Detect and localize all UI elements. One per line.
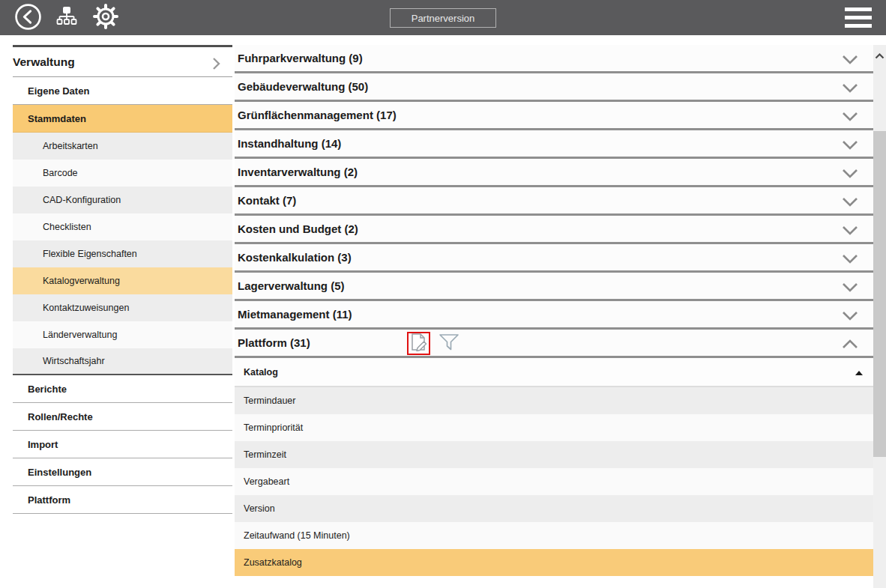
chevron-down-icon <box>842 253 858 267</box>
katalog-row-termindauer[interactable]: Termindauer <box>235 387 873 414</box>
content-area: Verwaltung Eigene Daten Stammdaten Arbei… <box>0 35 886 588</box>
filter-funnel-icon <box>439 333 459 354</box>
chevron-up-icon <box>875 50 885 61</box>
sitemap-button[interactable] <box>55 5 78 30</box>
scrollbar-thumb[interactable] <box>873 131 886 457</box>
sidebar-item-cad-konfiguration[interactable]: CAD-Konfiguration <box>13 187 232 213</box>
sidebar-item-arbeitskarten[interactable]: Arbeitskarten <box>13 133 232 160</box>
chevron-down-icon <box>842 54 858 67</box>
katalog-row-zusatzkatalog[interactable]: Zusatzkatalog <box>235 549 873 576</box>
chevron-down-icon <box>842 139 858 153</box>
chevron-up-icon <box>842 339 858 352</box>
sidebar-item-stammdaten[interactable]: Stammdaten <box>13 105 232 133</box>
topbar-icon-group <box>14 2 120 33</box>
sidebar-item-kontaktzuweisungen[interactable]: Kontaktzuweisungen <box>13 294 232 321</box>
gear-icon <box>91 2 120 33</box>
sitemap-icon <box>55 5 78 30</box>
chevron-right-icon <box>208 56 223 74</box>
sidebar-item-import[interactable]: Import <box>13 431 232 458</box>
katalog-row-version[interactable]: Version <box>235 495 873 522</box>
sidebar-item-flexible-eigenschaften[interactable]: Flexible Eigenschaften <box>13 240 232 267</box>
edit-document-icon <box>410 333 428 354</box>
sidebar-item-katalogverwaltung[interactable]: Katalogverwaltung <box>13 267 232 294</box>
accordion-fuhrparkverwaltung[interactable]: Fuhrparkverwaltung (9) <box>235 45 873 73</box>
new-entry-button[interactable] <box>407 332 430 355</box>
accordion-gebaeudeverwaltung[interactable]: Gebäudeverwaltung (50) <box>235 73 873 102</box>
main-panel: Fuhrparkverwaltung (9) Gebäudeverwaltung… <box>235 45 873 588</box>
chevron-down-icon <box>842 196 858 210</box>
sidebar-item-einstellungen[interactable]: Einstellungen <box>13 458 232 486</box>
scroll-up-button[interactable] <box>873 49 886 61</box>
chevron-down-icon <box>842 168 858 181</box>
sidebar-item-barcode[interactable]: Barcode <box>13 160 232 187</box>
hamburger-menu-button[interactable] <box>845 7 872 28</box>
sidebar-item-wirtschaftsjahr[interactable]: Wirtschaftsjahr <box>13 348 232 375</box>
accordion-inventarverwaltung[interactable]: Inventarverwaltung (2) <box>235 159 873 187</box>
topbar: Partnerversion <box>0 0 886 35</box>
chevron-down-icon <box>842 310 858 324</box>
accordion-lagerverwaltung[interactable]: Lagerverwaltung (5) <box>235 273 873 301</box>
sidebar: Verwaltung Eigene Daten Stammdaten Arbei… <box>0 45 235 588</box>
katalog-row-terminprioritaet[interactable]: Terminpriorität <box>235 414 873 441</box>
sidebar-title-label: Verwaltung <box>13 55 75 69</box>
katalog-column-header[interactable]: Katalog <box>235 358 873 387</box>
sidebar-item-rollen-rechte[interactable]: Rollen/Rechte <box>13 403 232 431</box>
back-button[interactable] <box>14 3 42 33</box>
sidebar-item-eigene-daten[interactable]: Eigene Daten <box>13 77 232 105</box>
sort-ascending-icon <box>855 371 863 375</box>
accordion-kosten-und-budget[interactable]: Kosten und Budget (2) <box>235 216 873 244</box>
vertical-scrollbar[interactable] <box>873 45 886 588</box>
accordion-plattform[interactable]: Plattform (31) <box>235 330 873 358</box>
settings-button[interactable] <box>91 2 120 33</box>
filter-button[interactable] <box>439 333 459 354</box>
katalog-row-terminzeit[interactable]: Terminzeit <box>235 441 873 468</box>
chevron-down-icon <box>842 225 858 238</box>
accordion-mietmanagement[interactable]: Mietmanagement (11) <box>235 301 873 330</box>
back-icon <box>14 3 42 33</box>
chevron-down-icon <box>842 111 858 124</box>
sidebar-item-plattform[interactable]: Plattform <box>13 486 232 514</box>
sidebar-item-laenderverwaltung[interactable]: Länderverwaltung <box>13 321 232 348</box>
accordion-gruenflaechenmanagement[interactable]: Grünflächenmanagement (17) <box>235 102 873 130</box>
partnerversion-button[interactable]: Partnerversion <box>390 8 496 28</box>
sidebar-item-berichte[interactable]: Berichte <box>13 375 232 403</box>
chevron-down-icon <box>842 82 858 96</box>
chevron-down-icon <box>842 282 858 295</box>
hamburger-icon <box>845 7 872 11</box>
accordion-kostenkalkulation[interactable]: Kostenkalkulation (3) <box>235 244 873 273</box>
accordion-kontakt[interactable]: Kontakt (7) <box>235 187 873 216</box>
katalog-row-vergabeart[interactable]: Vergabeart <box>235 468 873 495</box>
accordion-instandhaltung[interactable]: Instandhaltung (14) <box>235 130 873 159</box>
katalog-row-zeitaufwand[interactable]: Zeitaufwand (15 Minuten) <box>235 522 873 549</box>
sidebar-title-verwaltung[interactable]: Verwaltung <box>13 45 232 77</box>
sidebar-item-checklisten[interactable]: Checklisten <box>13 213 232 240</box>
